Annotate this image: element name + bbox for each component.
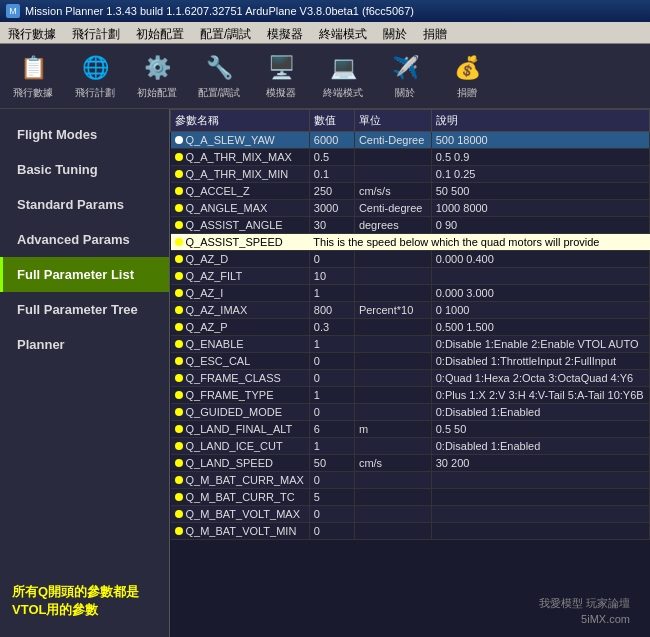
table-row[interactable]: Q_A_THR_MIX_MIN0.10.1 0.25	[171, 166, 650, 183]
param-desc: 0.5 50	[431, 421, 649, 438]
param-name: Q_M_BAT_CURR_MAX	[186, 474, 304, 486]
table-row[interactable]: Q_ESC_CAL00:Disabled 1:ThrottleInput 2:F…	[171, 353, 650, 370]
q-dot	[175, 289, 183, 297]
param-value: 1	[309, 387, 354, 404]
param-desc: 0 1000	[431, 302, 649, 319]
sidebar-item-advanced-params[interactable]: Advanced Params	[0, 222, 169, 257]
toolbar-btn-2[interactable]: ⚙️ 初始配置	[132, 52, 182, 100]
toolbar-btn-5[interactable]: 💻 終端模式	[318, 52, 368, 100]
table-row[interactable]: Q_AZ_I10.000 3.000	[171, 285, 650, 302]
main-layout: Flight Modes Basic Tuning Standard Param…	[0, 109, 650, 637]
param-name: Q_M_BAT_CURR_TC	[186, 491, 295, 503]
toolbar-label-4: 模擬器	[266, 86, 296, 100]
menu-item-關於[interactable]: 關於	[375, 24, 415, 41]
table-row[interactable]: Q_A_THR_MIX_MAX0.50.5 0.9	[171, 149, 650, 166]
param-unit: degrees	[354, 217, 431, 234]
param-desc: 0 90	[431, 217, 649, 234]
param-name-cell: Q_FRAME_CLASS	[171, 370, 310, 387]
param-desc: 0.000 3.000	[431, 285, 649, 302]
toolbar-btn-4[interactable]: 🖥️ 模擬器	[256, 52, 306, 100]
toolbar-icon-3: 🔧	[203, 52, 235, 84]
menu-item-飛行計劃[interactable]: 飛行計劃	[64, 24, 128, 41]
toolbar-btn-6[interactable]: ✈️ 關於	[380, 52, 430, 100]
q-dot	[175, 527, 183, 535]
table-row[interactable]: Q_A_SLEW_YAW6000Centi-Degree500 18000	[171, 132, 650, 149]
sidebar: Flight Modes Basic Tuning Standard Param…	[0, 109, 170, 637]
q-dot	[175, 357, 183, 365]
param-unit	[354, 404, 431, 421]
sidebar-item-planner[interactable]: Planner	[0, 327, 169, 362]
q-dot	[175, 391, 183, 399]
table-row[interactable]: Q_FRAME_TYPE10:Plus 1:X 2:V 3:H 4:V-Tail…	[171, 387, 650, 404]
param-value: 3000	[309, 200, 354, 217]
table-row[interactable]: Q_ACCEL_Z250cm/s/s50 500	[171, 183, 650, 200]
sidebar-item-full-parameter-tree[interactable]: Full Parameter Tree	[0, 292, 169, 327]
sidebar-item-basic-tuning[interactable]: Basic Tuning	[0, 152, 169, 187]
table-row[interactable]: Q_ANGLE_MAX3000Centi-degree1000 8000	[171, 200, 650, 217]
table-row[interactable]: Q_AZ_IMAX800Percent*100 1000	[171, 302, 650, 319]
param-name: Q_AZ_D	[186, 253, 229, 265]
param-value: 0	[309, 404, 354, 421]
param-desc: 500 18000	[431, 132, 649, 149]
param-unit	[354, 336, 431, 353]
menu-item-捐贈[interactable]: 捐贈	[415, 24, 455, 41]
table-row[interactable]: Q_M_BAT_CURR_TC5	[171, 489, 650, 506]
q-dot	[175, 425, 183, 433]
param-scroll-area[interactable]: 參數名稱 數值 單位 說明 Q_A_SLEW_YAW6000Centi-Degr…	[170, 109, 650, 637]
param-desc: 0.1 0.25	[431, 166, 649, 183]
param-name: Q_FRAME_CLASS	[186, 372, 281, 384]
param-unit	[354, 166, 431, 183]
sidebar-item-full-parameter-list[interactable]: Full Parameter List	[0, 257, 169, 292]
table-row[interactable]: Q_LAND_FINAL_ALT6m0.5 50	[171, 421, 650, 438]
table-row[interactable]: Q_AZ_P0.30.500 1.500	[171, 319, 650, 336]
param-unit: Percent*10	[354, 302, 431, 319]
q-dot	[175, 476, 183, 484]
param-name: Q_AZ_P	[186, 321, 228, 333]
sidebar-item-standard-params[interactable]: Standard Params	[0, 187, 169, 222]
table-row[interactable]: Q_LAND_SPEED50cm/s30 200	[171, 455, 650, 472]
table-row[interactable]: Q_ENABLE10:Disable 1:Enable 2:Enable VTO…	[171, 336, 650, 353]
param-unit: m	[354, 421, 431, 438]
param-name: Q_LAND_SPEED	[186, 457, 273, 469]
table-row[interactable]: Q_AZ_FILT10	[171, 268, 650, 285]
table-row[interactable]: Q_M_BAT_VOLT_MIN0	[171, 523, 650, 540]
menu-item-配置/調試[interactable]: 配置/調試	[192, 24, 259, 41]
table-row[interactable]: Q_FRAME_CLASS00:Quad 1:Hexa 2:Octa 3:Oct…	[171, 370, 650, 387]
toolbar-btn-7[interactable]: 💰 捐贈	[442, 52, 492, 100]
param-name-cell: Q_A_THR_MIX_MIN	[171, 166, 310, 183]
param-name-cell: Q_LAND_ICE_CUT	[171, 438, 310, 455]
param-value: 6	[309, 421, 354, 438]
param-value: 50	[309, 455, 354, 472]
menu-item-飛行數據[interactable]: 飛行數據	[0, 24, 64, 41]
header-name: 參數名稱	[171, 110, 310, 132]
toolbar-btn-0[interactable]: 📋 飛行數據	[8, 52, 58, 100]
menu-item-終端模式[interactable]: 終端模式	[311, 24, 375, 41]
toolbar-btn-1[interactable]: 🌐 飛行計劃	[70, 52, 120, 100]
param-desc: 50 500	[431, 183, 649, 200]
q-dot	[175, 408, 183, 416]
param-desc: 1000 8000	[431, 200, 649, 217]
param-name: Q_ANGLE_MAX	[186, 202, 268, 214]
table-row[interactable]: Q_M_BAT_CURR_MAX0	[171, 472, 650, 489]
menu-item-初始配置[interactable]: 初始配置	[128, 24, 192, 41]
title-bar: M Mission Planner 1.3.43 build 1.1.6207.…	[0, 0, 650, 22]
toolbar-btn-3[interactable]: 🔧 配置/調試	[194, 52, 244, 100]
param-desc	[431, 506, 649, 523]
table-row[interactable]: Q_AZ_D00.000 0.400	[171, 251, 650, 268]
sidebar-item-flight-modes[interactable]: Flight Modes	[0, 117, 169, 152]
table-row[interactable]: Q_M_BAT_VOLT_MAX0	[171, 506, 650, 523]
param-name: Q_LAND_ICE_CUT	[186, 440, 283, 452]
menu-bar: 飛行數據飛行計劃初始配置配置/調試模擬器終端模式關於捐贈	[0, 22, 650, 44]
table-row[interactable]: Q_ASSIST_SPEEDThis is the speed below wh…	[171, 234, 650, 251]
param-desc: 0.5 0.9	[431, 149, 649, 166]
param-unit	[354, 438, 431, 455]
title-text: Mission Planner 1.3.43 build 1.1.6207.32…	[25, 5, 414, 17]
menu-item-模擬器[interactable]: 模擬器	[259, 24, 311, 41]
table-row[interactable]: Q_LAND_ICE_CUT10:Disabled 1:Enabled	[171, 438, 650, 455]
table-row[interactable]: Q_GUIDED_MODE00:Disabled 1:Enabled	[171, 404, 650, 421]
param-unit	[354, 472, 431, 489]
toolbar-label-6: 關於	[395, 86, 415, 100]
table-row[interactable]: Q_ASSIST_ANGLE30degrees0 90	[171, 217, 650, 234]
param-name-cell: Q_LAND_FINAL_ALT	[171, 421, 310, 438]
q-dot	[175, 238, 183, 246]
